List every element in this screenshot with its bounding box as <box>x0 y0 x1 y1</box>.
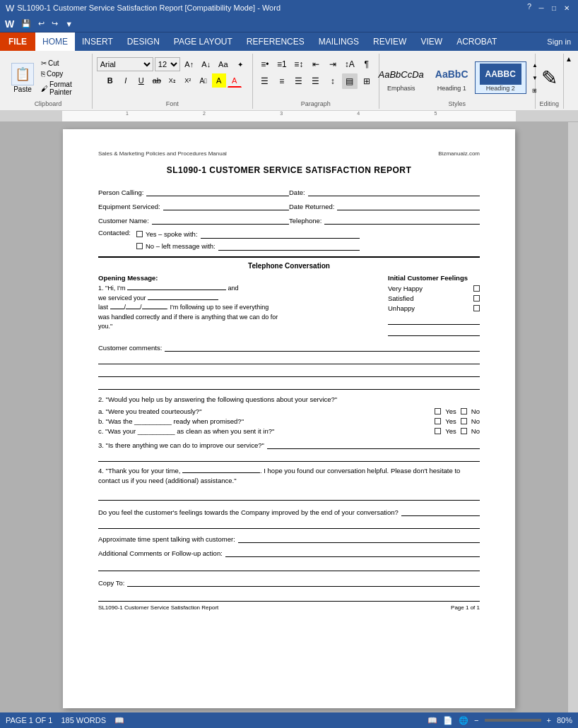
align-left-button[interactable]: ☰ <box>257 73 273 89</box>
comments-field-1[interactable] <box>165 342 480 352</box>
customer-name-input[interactable] <box>152 215 289 225</box>
date-input[interactable] <box>308 186 480 196</box>
proofing-icon[interactable]: 📖 <box>114 716 124 725</box>
design-menu[interactable]: DESIGN <box>120 32 167 51</box>
zoom-slider[interactable] <box>485 719 541 722</box>
no-left-input[interactable] <box>218 241 360 251</box>
line-spacing-button[interactable]: ↕ <box>325 73 341 89</box>
cut-button[interactable]: ✂ Cut <box>39 59 88 68</box>
undo-button[interactable]: ↩ <box>36 18 47 30</box>
redo-button[interactable]: ↪ <box>49 18 60 30</box>
vertical-scrollbar[interactable] <box>568 122 578 714</box>
style-heading1[interactable]: AaBbC Heading 1 <box>430 61 473 94</box>
yes-checkbox[interactable] <box>136 231 143 237</box>
yes-row: Yes – spoke with: <box>136 229 360 239</box>
additional-comments-input[interactable] <box>225 547 480 557</box>
bold-button[interactable]: B <box>103 73 117 88</box>
feelings-block: Initial Customer Feelings Very Happy Sat… <box>388 274 480 336</box>
q2c-no-checkbox[interactable] <box>461 428 467 434</box>
review-menu[interactable]: REVIEW <box>366 32 413 51</box>
zoom-in-button[interactable]: + <box>547 716 551 724</box>
highlight-button[interactable]: A <box>212 73 226 88</box>
acrobat-menu[interactable]: ACROBAT <box>449 32 504 51</box>
unhappy-checkbox[interactable] <box>473 305 480 311</box>
text-effects-button[interactable]: A⃟ <box>196 73 211 88</box>
home-menu[interactable]: HOME <box>35 32 75 51</box>
grow-font-button[interactable]: A↑ <box>182 56 197 72</box>
customer-name-label: Customer Name: <box>98 217 149 225</box>
italic-button[interactable]: I <box>119 73 133 88</box>
person-calling-input[interactable] <box>146 186 289 196</box>
font-size-select[interactable]: 12 <box>155 57 180 71</box>
references-menu[interactable]: REFERENCES <box>240 32 312 51</box>
view-web-button[interactable]: 🌐 <box>459 716 468 725</box>
copy-button[interactable]: ⎘ Copy <box>39 69 88 78</box>
font-name-select[interactable]: Arial <box>97 57 153 71</box>
document-content[interactable]: Sales & Marketing Policies and Procedure… <box>10 122 568 714</box>
font-color-button[interactable]: A <box>228 73 242 88</box>
date-returned-input[interactable] <box>337 201 480 210</box>
style-heading2[interactable]: AABBC Heading 2 <box>475 61 526 94</box>
justify-button[interactable]: ☰ <box>308 73 324 89</box>
minimize-button[interactable]: ─ <box>536 2 547 13</box>
mailings-menu[interactable]: MAILINGS <box>312 32 366 51</box>
clear-format-button[interactable]: ✦ <box>232 56 248 72</box>
status-bar: PAGE 1 OF 1 185 WORDS 📖 📖 📄 🌐 − + 80% <box>0 712 578 728</box>
view-read-button[interactable]: 📖 <box>427 716 437 725</box>
q2c-yes-checkbox[interactable] <box>435 428 441 434</box>
shrink-font-button[interactable]: A↓ <box>199 56 214 72</box>
insert-menu[interactable]: INSERT <box>75 32 120 51</box>
very-happy-checkbox[interactable] <box>473 285 480 292</box>
q2a-yes-checkbox[interactable] <box>435 408 441 414</box>
save-button[interactable]: 💾 <box>19 18 33 30</box>
superscript-button[interactable]: X² <box>181 73 195 88</box>
paste-button[interactable]: 📋 Paste <box>8 61 37 95</box>
heading1-preview: AaBbC <box>435 64 468 85</box>
q3-input[interactable] <box>267 439 480 449</box>
q2a-no-checkbox[interactable] <box>461 408 467 414</box>
telephone-input[interactable] <box>324 215 480 225</box>
shading-button[interactable]: ▤ <box>342 73 358 89</box>
borders-button[interactable]: ⊞ <box>359 73 374 89</box>
quick-access-dropdown[interactable]: ▼ <box>63 18 75 30</box>
no-checkbox[interactable] <box>136 243 143 249</box>
help-icon[interactable]: ? <box>524 2 534 13</box>
feelings-q-input[interactable] <box>401 506 480 516</box>
copy-to-input[interactable] <box>127 577 480 587</box>
equipment-input[interactable] <box>163 201 289 210</box>
view-menu[interactable]: VIEW <box>413 32 449 51</box>
sort-button[interactable]: ↕A <box>342 56 358 72</box>
subscript-button[interactable]: X₂ <box>165 73 179 88</box>
satisfied-checkbox[interactable] <box>473 295 480 302</box>
comments-row: Customer comments: <box>98 342 480 352</box>
decrease-indent-button[interactable]: ⇤ <box>308 56 324 72</box>
page-layout-menu[interactable]: PAGE LAYOUT <box>167 32 240 51</box>
numbering-button[interactable]: ≡1 <box>274 56 290 72</box>
multilevel-list-button[interactable]: ≡↕ <box>291 56 307 72</box>
maximize-button[interactable]: □ <box>548 2 560 13</box>
increase-indent-button[interactable]: ⇥ <box>325 56 341 72</box>
zoom-out-button[interactable]: − <box>474 716 478 724</box>
header-left: Sales & Marketing Policies and Procedure… <box>98 150 227 157</box>
title-bar: W SL1090-1 Customer Service Satisfaction… <box>0 0 578 16</box>
close-button[interactable]: ✕ <box>561 2 572 13</box>
feelings-q-line <box>98 519 480 529</box>
sign-in-button[interactable]: Sign in <box>540 35 578 49</box>
bullets-button[interactable]: ≡• <box>257 56 273 72</box>
q2b-no-checkbox[interactable] <box>461 418 467 424</box>
strikethrough-button[interactable]: ab <box>150 73 164 88</box>
align-right-button[interactable]: ☰ <box>291 73 307 89</box>
file-menu[interactable]: FILE <box>0 32 35 51</box>
underline-button[interactable]: U <box>134 73 148 88</box>
header-right: Bizmanualz.com <box>438 150 480 157</box>
format-painter-button[interactable]: 🖌 Format Painter <box>39 80 88 97</box>
style-emphasis[interactable]: AaBbCcDa Emphasis <box>374 61 429 94</box>
approx-time-input[interactable] <box>238 533 480 543</box>
change-case-button[interactable]: Aa <box>216 56 231 72</box>
align-center-button[interactable]: ≡ <box>274 73 290 89</box>
ribbon-collapse-button[interactable]: ▲ <box>564 54 574 109</box>
show-formatting-button[interactable]: ¶ <box>359 56 374 72</box>
q2b-yes-checkbox[interactable] <box>435 418 441 424</box>
view-layout-button[interactable]: 📄 <box>443 716 453 725</box>
yes-spoke-input[interactable] <box>201 229 360 239</box>
